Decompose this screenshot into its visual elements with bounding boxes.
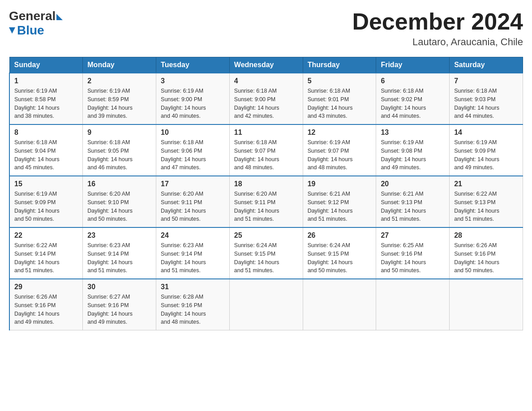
sunrise-label: Sunrise: 6:18 AM — [87, 139, 130, 146]
daylight-label: Daylight: 14 hours — [14, 208, 60, 214]
daylight-label: Daylight: 14 hours — [87, 156, 133, 163]
sunrise-label: Sunrise: 6:18 AM — [234, 88, 277, 94]
daylight-label: Daylight: 14 hours — [234, 105, 279, 111]
day-number: 9 — [87, 128, 151, 137]
daylight-label: Daylight: 14 hours — [308, 259, 353, 265]
daylight-minutes: and 47 minutes. — [161, 164, 201, 171]
calendar-title: December 2024 — [352, 9, 523, 34]
sunset-label: Sunset: 9:07 PM — [234, 148, 275, 154]
day-info: Sunrise: 6:26 AM Sunset: 9:16 PM Dayligh… — [14, 293, 78, 326]
sunset-label: Sunset: 9:13 PM — [454, 199, 495, 206]
sunset-label: Sunset: 9:13 PM — [381, 199, 422, 206]
day-number: 16 — [87, 180, 151, 188]
calendar-day-cell — [229, 279, 303, 330]
col-friday: Friday — [376, 57, 450, 73]
daylight-label: Daylight: 14 hours — [87, 311, 133, 317]
daylight-label: Daylight: 14 hours — [87, 208, 133, 214]
day-number: 26 — [308, 231, 372, 240]
daylight-minutes: and 50 minutes. — [381, 267, 420, 274]
day-info: Sunrise: 6:23 AM Sunset: 9:14 PM Dayligh… — [87, 241, 151, 275]
day-info: Sunrise: 6:27 AM Sunset: 9:16 PM Dayligh… — [87, 293, 151, 326]
calendar-table: Sunday Monday Tuesday Wednesday Thursday… — [9, 57, 523, 330]
sunset-label: Sunset: 9:09 PM — [454, 148, 495, 154]
daylight-minutes: and 49 minutes. — [381, 164, 420, 171]
calendar-day-cell: 1 Sunrise: 6:19 AM Sunset: 8:58 PM Dayli… — [9, 73, 83, 124]
sunset-label: Sunset: 9:03 PM — [454, 96, 495, 103]
calendar-day-cell: 4 Sunrise: 6:18 AM Sunset: 9:00 PM Dayli… — [229, 73, 303, 124]
logo-general-text: General — [9, 9, 56, 23]
calendar-day-cell: 30 Sunrise: 6:27 AM Sunset: 9:16 PM Dayl… — [83, 279, 156, 330]
col-sunday: Sunday — [9, 57, 83, 73]
day-number: 24 — [161, 231, 225, 240]
sunrise-label: Sunrise: 6:27 AM — [87, 294, 130, 300]
daylight-minutes: and 40 minutes. — [161, 113, 201, 119]
day-info: Sunrise: 6:23 AM Sunset: 9:14 PM Dayligh… — [161, 241, 225, 275]
day-info: Sunrise: 6:19 AM Sunset: 8:58 PM Dayligh… — [14, 87, 78, 120]
daylight-label: Daylight: 14 hours — [308, 156, 353, 163]
calendar-day-cell: 23 Sunrise: 6:23 AM Sunset: 9:14 PM Dayl… — [83, 227, 156, 279]
sunset-label: Sunset: 9:16 PM — [14, 302, 56, 308]
sunset-label: Sunset: 9:11 PM — [161, 199, 202, 206]
sunrise-label: Sunrise: 6:19 AM — [308, 139, 350, 146]
sunrise-label: Sunrise: 6:19 AM — [14, 88, 57, 94]
daylight-minutes: and 44 minutes. — [381, 113, 420, 119]
daylight-minutes: and 50 minutes. — [14, 216, 54, 222]
daylight-minutes: and 51 minutes. — [161, 267, 201, 274]
calendar-day-cell: 31 Sunrise: 6:28 AM Sunset: 9:16 PM Dayl… — [156, 279, 230, 330]
calendar-day-cell: 13 Sunrise: 6:19 AM Sunset: 9:08 PM Dayl… — [376, 124, 450, 176]
sunset-label: Sunset: 9:16 PM — [381, 251, 422, 257]
day-info: Sunrise: 6:26 AM Sunset: 9:16 PM Dayligh… — [454, 241, 518, 275]
daylight-minutes: and 48 minutes. — [161, 319, 201, 325]
day-number: 12 — [308, 128, 372, 137]
calendar-day-cell: 21 Sunrise: 6:22 AM Sunset: 9:13 PM Dayl… — [450, 176, 523, 227]
day-number: 21 — [454, 180, 518, 188]
sunset-label: Sunset: 9:02 PM — [381, 96, 422, 103]
col-monday: Monday — [83, 57, 156, 73]
sunrise-label: Sunrise: 6:21 AM — [381, 191, 423, 197]
day-number: 3 — [161, 77, 225, 85]
sunrise-label: Sunrise: 6:19 AM — [454, 139, 497, 146]
day-info: Sunrise: 6:19 AM Sunset: 9:09 PM Dayligh… — [454, 138, 518, 172]
daylight-label: Daylight: 14 hours — [14, 105, 60, 111]
calendar-day-cell: 22 Sunrise: 6:22 AM Sunset: 9:14 PM Dayl… — [9, 227, 83, 279]
sunrise-label: Sunrise: 6:20 AM — [161, 191, 203, 197]
calendar-week-row: 8 Sunrise: 6:18 AM Sunset: 9:04 PM Dayli… — [9, 124, 523, 176]
sunrise-label: Sunrise: 6:19 AM — [381, 139, 423, 146]
logo: General Blue — [9, 9, 63, 38]
day-info: Sunrise: 6:19 AM Sunset: 9:07 PM Dayligh… — [308, 138, 372, 172]
day-number: 2 — [87, 77, 151, 85]
daylight-minutes: and 38 minutes. — [14, 113, 54, 119]
calendar-day-cell: 15 Sunrise: 6:19 AM Sunset: 9:09 PM Dayl… — [9, 176, 83, 227]
daylight-minutes: and 49 minutes. — [454, 164, 494, 171]
daylight-label: Daylight: 14 hours — [234, 208, 279, 214]
calendar-day-cell — [376, 279, 450, 330]
sunrise-label: Sunrise: 6:24 AM — [308, 242, 350, 248]
sunrise-label: Sunrise: 6:19 AM — [161, 88, 203, 94]
sunset-label: Sunset: 9:01 PM — [308, 96, 349, 103]
sunset-label: Sunset: 9:11 PM — [234, 199, 275, 206]
day-info: Sunrise: 6:21 AM Sunset: 9:12 PM Dayligh… — [308, 190, 372, 223]
sunset-label: Sunset: 9:07 PM — [308, 148, 349, 154]
sunrise-label: Sunrise: 6:18 AM — [381, 88, 423, 94]
daylight-label: Daylight: 14 hours — [381, 156, 426, 163]
daylight-minutes: and 51 minutes. — [234, 267, 274, 274]
sunset-label: Sunset: 9:16 PM — [161, 302, 202, 308]
calendar-week-row: 22 Sunrise: 6:22 AM Sunset: 9:14 PM Dayl… — [9, 227, 523, 279]
daylight-minutes: and 48 minutes. — [234, 164, 274, 171]
sunrise-label: Sunrise: 6:25 AM — [381, 242, 423, 248]
calendar-header: Sunday Monday Tuesday Wednesday Thursday… — [9, 57, 523, 73]
sunrise-label: Sunrise: 6:18 AM — [14, 139, 57, 146]
sunrise-label: Sunrise: 6:23 AM — [87, 242, 130, 248]
calendar-day-cell: 7 Sunrise: 6:18 AM Sunset: 9:03 PM Dayli… — [450, 73, 523, 124]
daylight-minutes: and 50 minutes. — [161, 216, 201, 222]
day-info: Sunrise: 6:18 AM Sunset: 9:01 PM Dayligh… — [308, 87, 372, 120]
header-row: Sunday Monday Tuesday Wednesday Thursday… — [9, 57, 523, 73]
sunset-label: Sunset: 9:12 PM — [308, 199, 349, 206]
calendar-week-row: 15 Sunrise: 6:19 AM Sunset: 9:09 PM Dayl… — [9, 176, 523, 227]
daylight-label: Daylight: 14 hours — [381, 105, 426, 111]
daylight-label: Daylight: 14 hours — [381, 208, 426, 214]
day-number: 20 — [381, 180, 445, 188]
daylight-label: Daylight: 14 hours — [87, 105, 133, 111]
day-info: Sunrise: 6:25 AM Sunset: 9:16 PM Dayligh… — [381, 241, 445, 275]
day-info: Sunrise: 6:19 AM Sunset: 9:00 PM Dayligh… — [161, 87, 225, 120]
